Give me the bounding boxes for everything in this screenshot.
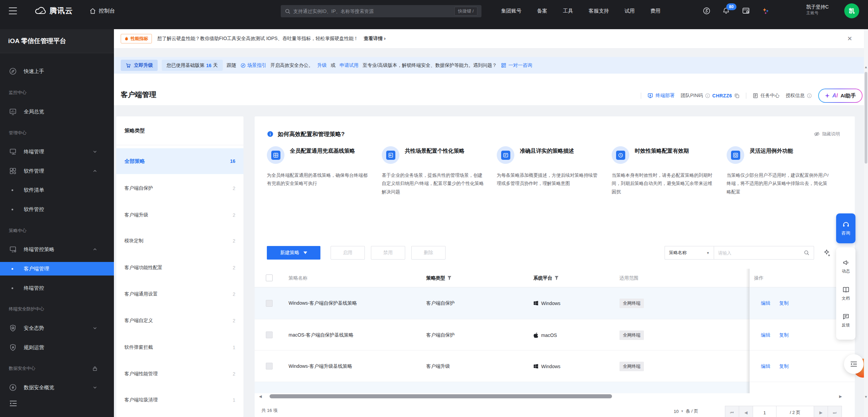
menu-trial[interactable]: 试用 — [625, 8, 635, 14]
copy-icon[interactable] — [734, 93, 740, 99]
menu-billing[interactable]: 费用 — [650, 8, 660, 14]
sidebar-section-manage: 管理中心 — [9, 128, 26, 138]
sidebar-item-terminal-mgmt[interactable]: 终端管理 — [0, 145, 114, 158]
delete-button[interactable]: 删除 — [411, 246, 446, 260]
pin-code: CHRZZ6 — [712, 93, 732, 98]
sidebar-item-software-control[interactable]: 软件管控 — [0, 203, 114, 216]
policy-type-item[interactable]: 客户端垃圾清理1 — [116, 387, 243, 413]
sidebar-item-overview[interactable]: 全局总览 — [0, 105, 114, 118]
select-all-checkbox[interactable] — [266, 274, 273, 281]
consult-float-button[interactable]: 咨询 — [836, 213, 855, 243]
col-os[interactable]: 系统平台 — [533, 269, 559, 287]
policy-type-item[interactable]: 客户端功能性配置2 — [116, 254, 243, 281]
caret-down-icon: ▼ — [706, 251, 710, 255]
row-checkbox[interactable] — [266, 363, 273, 369]
bullet-icon — [12, 189, 13, 191]
notification-bell-icon[interactable]: 80 — [722, 7, 730, 15]
sidebar-item-terminal-control[interactable]: 终端管控 — [0, 281, 114, 295]
policy-type-item[interactable]: 客户端自定义2 — [116, 307, 243, 334]
user-info[interactable]: 凯子坚持C 主账号 — [806, 4, 829, 16]
sidebar-item-software-list[interactable]: 软件清单 — [0, 183, 114, 197]
custom-filter-star-icon[interactable] — [822, 249, 831, 258]
chevron-down-icon — [92, 385, 98, 390]
eye-off-icon — [814, 131, 820, 137]
first-page-button[interactable]: ⏮ — [725, 406, 739, 417]
row-checkbox[interactable] — [266, 331, 273, 338]
last-page-button[interactable]: ⏭ — [828, 406, 842, 417]
scene-guide-link[interactable]: 场景指引 — [240, 62, 267, 69]
filter-funnel-icon[interactable] — [554, 276, 559, 280]
upgrade-now-button[interactable]: 立即升级 — [121, 60, 158, 71]
feedback-button[interactable]: 反馈 — [842, 313, 850, 328]
sidebar-item-security-posture[interactable]: 安全态势 — [0, 321, 114, 335]
page-size-select[interactable]: 10 ▼ 条 / 页 — [674, 408, 698, 414]
menu-support[interactable]: 客服支持 — [589, 8, 609, 14]
policy-type-item[interactable]: 客户端升级2 — [116, 202, 243, 228]
policy-type-item[interactable]: 客户端通用设置2 — [116, 281, 243, 307]
policy-type-item[interactable]: 软件弹窗拦截1 — [116, 334, 243, 361]
chevron-up-icon — [92, 168, 98, 174]
sidebar-item-client-mgmt[interactable]: 客户端管理 — [0, 262, 114, 276]
info-icon[interactable] — [705, 93, 710, 98]
horizontal-scrollbar[interactable]: ◀ ▶ — [258, 394, 843, 399]
license-info-link[interactable]: 授权信息 — [786, 93, 812, 99]
filter-search-input[interactable] — [718, 250, 804, 255]
upgrade-link[interactable]: 升级 — [317, 62, 327, 69]
support-icon[interactable] — [703, 7, 711, 15]
one-on-one-consult-link[interactable]: 一对一咨询 — [501, 62, 532, 69]
menu-group-account[interactable]: 集团账号 — [501, 8, 521, 14]
search-input[interactable] — [293, 8, 452, 14]
filter-field-select[interactable]: 策略名称 ▼ — [665, 246, 714, 260]
row-checkbox[interactable] — [266, 300, 273, 307]
scroll-left-icon[interactable]: ◀ — [258, 394, 263, 399]
sidebar-item-software-mgmt[interactable]: 软件管理 — [0, 164, 114, 178]
menu-tools[interactable]: 工具 — [563, 8, 573, 14]
news-button[interactable]: 动态 — [842, 259, 850, 274]
console-settings-icon[interactable] — [742, 7, 750, 15]
disable-button[interactable]: 禁用 — [371, 246, 405, 260]
search-icon[interactable] — [804, 250, 810, 256]
sidebar-collapse-icon[interactable] — [9, 400, 18, 408]
collapse-float-button[interactable] — [844, 354, 864, 374]
scrollbar-thumb[interactable] — [270, 394, 612, 398]
docs-button[interactable]: 文档 — [842, 286, 850, 301]
scroll-down-icon[interactable]: ▼ — [864, 395, 868, 399]
scrollbar-thumb[interactable] — [865, 72, 867, 164]
banner-detail-link[interactable]: 查看详情 › — [364, 36, 386, 42]
scroll-right-icon[interactable]: ▶ — [838, 394, 843, 399]
policy-type-header: 策略类型 — [116, 116, 243, 145]
hamburger-menu-icon[interactable] — [9, 7, 17, 14]
sidebar-item-rule-ops[interactable]: 规则运营 — [0, 341, 114, 354]
main-content: 性能指标 想了解云硬盘性能？教你借助FIO工具安全高效测试 IOPS、吞吐量等指… — [114, 29, 868, 417]
new-policy-button[interactable]: 新建策略 — [267, 246, 320, 260]
enable-button[interactable]: 启用 — [331, 246, 365, 260]
menu-icp[interactable]: 备案 — [537, 8, 547, 14]
vertical-scrollbar[interactable]: ▲ ▼ — [864, 29, 868, 417]
prev-page-button[interactable]: ◀ — [739, 406, 753, 417]
col-type[interactable]: 策略类型 — [426, 269, 452, 287]
hide-description-button[interactable]: 隐藏说明 — [814, 131, 840, 137]
policy-type-item[interactable]: 客户端性能管理2 — [116, 361, 243, 387]
page-number-input[interactable]: 1 — [753, 406, 776, 417]
console-link[interactable]: 控制台 — [90, 0, 115, 22]
activity-sparkle-icon[interactable] — [762, 7, 770, 15]
policy-type-item[interactable]: 客户端自保护2 — [116, 175, 243, 202]
tencent-cloud-logo[interactable]: 腾讯云 — [35, 0, 73, 22]
sidebar-item-quickstart[interactable]: 快速上手 — [0, 64, 114, 78]
ai-assistant-button[interactable]: AI AI助手 — [818, 89, 863, 103]
trial-link[interactable]: 申请试用 — [340, 62, 359, 69]
scroll-up-icon[interactable]: ▲ — [864, 65, 868, 69]
terminal-deploy-link[interactable]: 终端部署 — [647, 93, 674, 99]
next-page-button[interactable]: ▶ — [814, 406, 828, 417]
avatar[interactable]: 凯 — [844, 3, 859, 18]
global-search[interactable]: 快捷键 / — [281, 5, 481, 17]
task-center-link[interactable]: 任务中心 — [752, 93, 780, 99]
sidebar-item-terminal-policy[interactable]: 终端管控策略 — [0, 243, 114, 256]
close-icon[interactable]: ✕ — [846, 35, 853, 42]
banner-text: 想了解云硬盘性能？教你借助FIO工具安全高效测试 IOPS、吞吐量等指标，轻松掌… — [157, 36, 358, 42]
filter-funnel-icon[interactable] — [447, 276, 452, 280]
sidebar-item-data-overview[interactable]: 数据安全概览 — [0, 381, 114, 394]
policy-type-item[interactable]: 模块定制2 — [116, 228, 243, 254]
notification-badge: 80 — [726, 3, 736, 10]
policy-type-all[interactable]: 全部策略 16 — [116, 148, 243, 174]
